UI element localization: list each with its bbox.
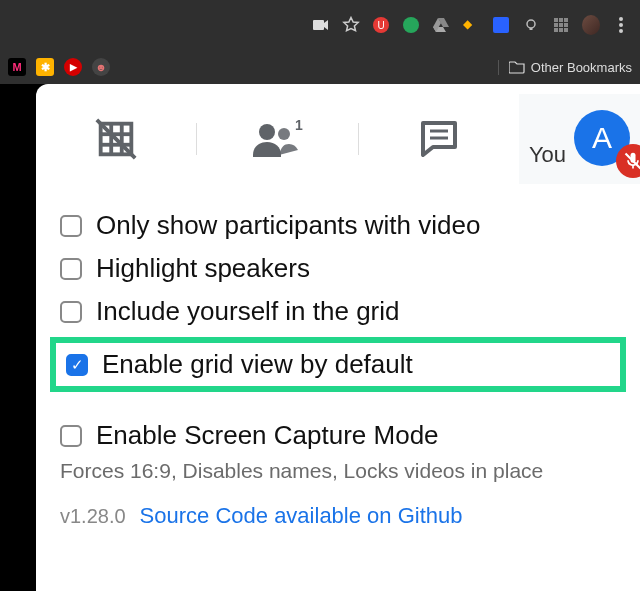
option-subtext: Forces 16:9, Disables names, Locks video…	[60, 457, 616, 483]
tab-you[interactable]: You A	[519, 94, 640, 184]
svg-rect-2	[530, 28, 533, 30]
svg-rect-9	[554, 28, 558, 32]
highlighted-option: ✓ Enable grid view by default	[50, 337, 626, 392]
panel-tabs: 1 You A	[36, 94, 640, 184]
bookmarks-bar: M ✱ ▶ ☻ Other Bookmarks	[0, 50, 640, 84]
option-label: Enable Screen Capture Mode	[96, 420, 439, 451]
option-highlight-speakers[interactable]: Highlight speakers	[60, 247, 616, 290]
svg-point-13	[619, 23, 623, 27]
svg-rect-8	[564, 23, 568, 27]
checkbox-checked[interactable]: ✓	[66, 354, 88, 376]
bookmark-item[interactable]: ▶	[64, 58, 82, 76]
browser-toolbar: U ◆	[0, 0, 640, 50]
tab-people[interactable]: 1	[197, 94, 357, 184]
ext-red-icon[interactable]: U	[372, 16, 390, 34]
tab-chat[interactable]	[359, 94, 519, 184]
option-include-yourself[interactable]: Include yourself in the grid	[60, 290, 616, 333]
option-screen-capture[interactable]: Enable Screen Capture Mode	[60, 414, 616, 457]
svg-point-12	[619, 17, 623, 21]
drive-icon[interactable]	[432, 16, 450, 34]
grid-off-icon	[93, 116, 139, 162]
tab-grid-disabled[interactable]	[36, 94, 196, 184]
other-bookmarks-button[interactable]: Other Bookmarks	[498, 60, 632, 75]
svg-point-1	[527, 20, 535, 28]
options-list: Only show participants with video Highli…	[36, 184, 640, 483]
version-label: v1.28.0	[60, 505, 126, 528]
settings-panel: 1 You A Only show participants with vide…	[36, 84, 640, 591]
svg-point-14	[619, 29, 623, 33]
svg-point-22	[278, 128, 290, 140]
svg-text:1: 1	[295, 119, 303, 133]
checkbox[interactable]	[60, 215, 82, 237]
checkbox[interactable]	[60, 258, 82, 280]
chrome-menu-icon[interactable]	[612, 16, 630, 34]
source-code-link[interactable]: Source Code available on Github	[140, 503, 463, 529]
chat-icon	[419, 119, 459, 159]
svg-rect-7	[559, 23, 563, 27]
ext-green-icon[interactable]	[402, 16, 420, 34]
mic-muted-icon[interactable]	[616, 144, 640, 178]
option-label: Enable grid view by default	[102, 349, 413, 380]
you-label: You	[529, 142, 566, 174]
option-enable-grid-default[interactable]: ✓ Enable grid view by default	[66, 347, 610, 382]
option-label: Only show participants with video	[96, 210, 480, 241]
bookmark-item[interactable]: ✱	[36, 58, 54, 76]
panel-footer: v1.28.0 Source Code available on Github	[36, 483, 640, 529]
camera-icon[interactable]	[312, 16, 330, 34]
bookmark-item[interactable]: ☻	[92, 58, 110, 76]
svg-rect-3	[554, 18, 558, 22]
star-icon[interactable]	[342, 16, 360, 34]
svg-point-21	[259, 124, 275, 140]
svg-rect-6	[554, 23, 558, 27]
folder-icon	[509, 60, 525, 74]
bookmark-item[interactable]: M	[8, 58, 26, 76]
svg-rect-11	[564, 28, 568, 32]
profile-avatar-icon[interactable]	[582, 16, 600, 34]
checkbox[interactable]	[60, 301, 82, 323]
svg-rect-5	[564, 18, 568, 22]
svg-rect-4	[559, 18, 563, 22]
svg-rect-10	[559, 28, 563, 32]
ext-blue-icon[interactable]	[492, 16, 510, 34]
other-bookmarks-label: Other Bookmarks	[531, 60, 632, 75]
svg-rect-0	[313, 20, 324, 30]
ext-bulb-icon[interactable]	[522, 16, 540, 34]
people-icon: 1	[251, 119, 303, 159]
checkbox[interactable]	[60, 425, 82, 447]
ext-superman-icon[interactable]: ◆	[462, 16, 480, 34]
ext-grid-icon[interactable]	[552, 16, 570, 34]
option-only-video[interactable]: Only show participants with video	[60, 204, 616, 247]
option-label: Highlight speakers	[96, 253, 310, 284]
option-label: Include yourself in the grid	[96, 296, 400, 327]
